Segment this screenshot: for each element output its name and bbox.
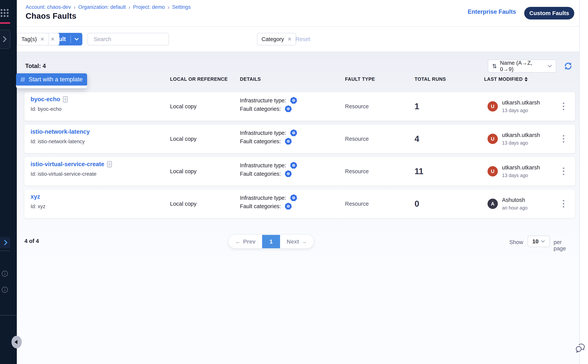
details-cell: Infrastructure type: ☸ Fault categories:… xyxy=(240,161,297,178)
nav-divider xyxy=(0,315,17,316)
page-title: Chaos Faults xyxy=(26,12,76,21)
breadcrumb-link[interactable]: Account: chaos-dev xyxy=(26,4,71,10)
page-header: Account: chaos-dev›Organization: default… xyxy=(17,0,579,27)
fault-name-cell: byoc-echo Id: byoc-echo xyxy=(31,96,68,112)
close-icon[interactable]: ✕ xyxy=(51,36,55,42)
nav-expand-button[interactable] xyxy=(0,30,10,49)
last-modified-cell: U utkarsh.utkarsh 13 days ago xyxy=(488,92,540,121)
column-header-last-modified[interactable]: LAST MODIFIED xyxy=(484,76,528,82)
modified-time: an hour ago xyxy=(502,205,528,211)
row-actions-menu-button[interactable] xyxy=(560,101,567,112)
arrow-left-icon: ← xyxy=(235,238,241,245)
breadcrumb-separator: › xyxy=(128,4,130,10)
info-icon[interactable] xyxy=(1,286,8,293)
triangle-left-icon xyxy=(14,340,17,344)
reset-filters-link[interactable]: Reset xyxy=(295,36,310,42)
breadcrumb-link[interactable]: Organization: default xyxy=(78,4,126,10)
module-grid-icon[interactable] xyxy=(0,9,9,17)
search-input[interactable] xyxy=(94,36,166,42)
filter-chip-tag-s-[interactable]: Tag(s)✕ xyxy=(17,33,49,46)
column-label: DETAILS xyxy=(240,76,261,82)
infra-type-label: Infrastructure type: xyxy=(240,130,286,136)
avatar: U xyxy=(488,134,498,144)
new-fault-dropdown-toggle[interactable] xyxy=(71,33,82,46)
breadcrumb: Account: chaos-dev›Organization: default… xyxy=(26,4,191,10)
svg-text:☸: ☸ xyxy=(292,130,295,135)
row-actions-menu-button[interactable] xyxy=(560,166,567,177)
fault-id: Id: istio-virtual-service-create xyxy=(31,171,112,177)
refresh-icon[interactable] xyxy=(563,61,573,71)
close-icon[interactable]: ✕ xyxy=(40,36,45,42)
chip-label: Tag(s) xyxy=(21,36,37,42)
fault-name-link[interactable]: istio-network-latency xyxy=(31,128,90,135)
prev-label: Prev xyxy=(243,238,255,245)
fault-name-link[interactable]: istio-virtual-service-create xyxy=(31,161,104,168)
fault-categories-label: Fault categories: xyxy=(240,203,281,209)
avatar: A xyxy=(488,199,498,209)
fault-categories-label: Fault categories: xyxy=(240,106,281,112)
page-size-select[interactable]: 10 xyxy=(528,236,550,247)
fault-name-link[interactable]: byoc-echo xyxy=(31,96,60,103)
fault-row: byoc-echo Id: byoc-echo Local copy Infra… xyxy=(25,92,575,121)
prev-page-button[interactable]: ← Prev xyxy=(229,235,262,248)
kubernetes-icon: ☸ xyxy=(285,170,292,177)
description-doc-icon[interactable] xyxy=(63,96,68,103)
toolbar: + New Fault Category✕Fault Type✕Tag(s)✕ … xyxy=(17,27,579,52)
svg-text:☸: ☸ xyxy=(292,195,295,200)
support-chat-icon[interactable] xyxy=(575,342,586,353)
chevron-down-icon xyxy=(541,240,545,243)
kubernetes-icon: ☸ xyxy=(285,203,292,210)
filter-chip-category[interactable]: Category✕ xyxy=(257,33,296,46)
column-label: FAULT TYPE xyxy=(345,76,375,82)
total-runs: 4 xyxy=(415,124,419,153)
chevron-right-icon xyxy=(3,36,7,42)
svg-text:☸: ☸ xyxy=(292,98,295,103)
svg-text:☸: ☸ xyxy=(286,204,290,209)
chip-label: Category xyxy=(261,36,284,42)
arrow-right-icon: → xyxy=(301,238,307,245)
left-nav-rail xyxy=(0,0,17,364)
kubernetes-icon: ☸ xyxy=(290,194,297,202)
sort-select-value: Name (A→Z, 0→9) xyxy=(500,60,544,72)
fault-list: byoc-echo Id: byoc-echo Local copy Infra… xyxy=(25,92,575,222)
modified-time: 13 days ago xyxy=(502,173,540,178)
nav-collapse-handle[interactable] xyxy=(12,336,22,348)
total-runs: 0 xyxy=(415,189,419,218)
custom-faults-button[interactable]: Custom Faults xyxy=(524,7,574,20)
close-icon[interactable]: ✕ xyxy=(287,36,292,42)
breadcrumb-link[interactable]: Project: demo xyxy=(133,4,165,10)
nav-accent-bar xyxy=(0,22,10,24)
fault-name-link[interactable]: xyz xyxy=(31,193,40,200)
fault-id: Id: istio-network-latency xyxy=(31,139,90,145)
page-1-button[interactable]: 1 xyxy=(262,235,280,248)
svg-text:☸: ☸ xyxy=(292,163,295,168)
last-modified-cell: A Ashutosh an hour ago xyxy=(488,189,528,218)
total-runs: 11 xyxy=(415,157,424,186)
start-with-template-menu-item[interactable]: Start with a template xyxy=(16,73,87,85)
local-or-reference: Local copy xyxy=(170,189,196,218)
total-runs: 1 xyxy=(415,92,419,121)
sort-both-icon xyxy=(525,77,528,82)
show-label: Show xyxy=(509,239,523,245)
info-icon[interactable] xyxy=(1,270,8,277)
pagination-range: 4 of 4 xyxy=(25,238,39,244)
next-page-button[interactable]: Next → xyxy=(280,235,314,248)
column-header-local-or-reference: LOCAL OR REFERENCE xyxy=(170,76,228,82)
row-actions-menu-button[interactable] xyxy=(560,133,567,145)
local-or-reference: Local copy xyxy=(170,92,196,121)
breadcrumb-link[interactable]: Settings xyxy=(172,4,191,10)
fault-id: Id: xyz xyxy=(31,204,46,209)
chevron-down-icon xyxy=(74,38,79,41)
row-actions-menu-button[interactable] xyxy=(560,198,567,209)
enterprise-faults-link[interactable]: Enterprise Faults xyxy=(468,8,516,15)
description-doc-icon[interactable] xyxy=(107,161,112,168)
chevron-right-icon xyxy=(4,240,8,245)
sort-select[interactable]: ⇅ Name (A→Z, 0→9) xyxy=(488,60,556,72)
search-box xyxy=(87,33,169,46)
nav-expand-bottom-button[interactable] xyxy=(0,237,10,248)
local-or-reference: Local copy xyxy=(170,157,196,186)
avatar: U xyxy=(488,166,498,176)
last-modified-cell: U utkarsh.utkarsh 13 days ago xyxy=(488,157,540,186)
fault-type: Resource xyxy=(345,157,369,186)
column-header-fault-type: FAULT TYPE xyxy=(345,76,375,82)
